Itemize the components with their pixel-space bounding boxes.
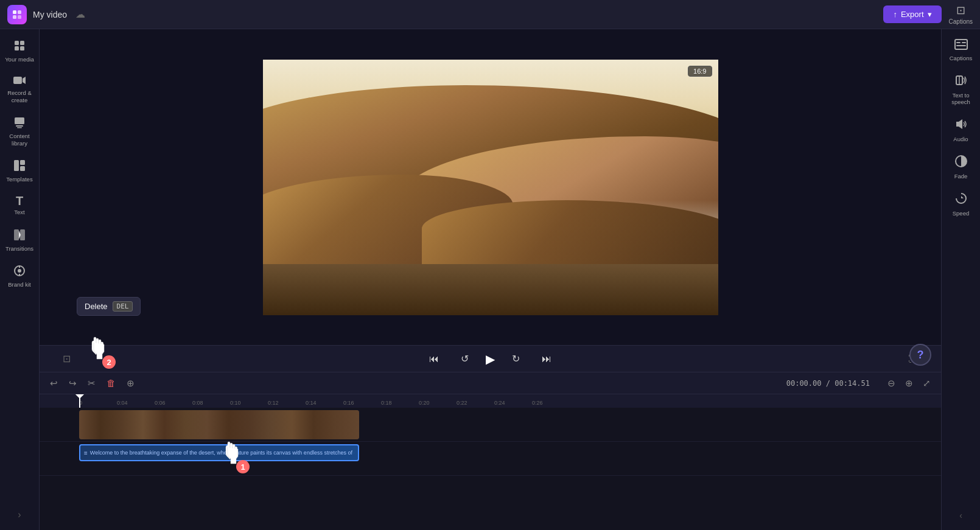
svg-rect-5 [20, 41, 24, 45]
svg-rect-16 [14, 229, 19, 240]
svg-rect-7 [20, 46, 24, 51]
ruler-mark-8: 0:18 [381, 400, 419, 406]
zoom-controls: ⊖ ⊕ ⤢ [884, 376, 934, 391]
audio-label: Audio [953, 136, 968, 142]
playback-controls: ⊡ ⏮ ↺ ▶ ↻ ⏭ ⛶ [40, 345, 941, 372]
text-to-speech-icon [954, 74, 968, 90]
brand-kit-label: Brand kit [8, 281, 31, 288]
zoom-in-button[interactable]: ⊕ [902, 376, 916, 391]
playhead[interactable] [79, 394, 80, 408]
timeline-timestamp: 00:00.00 / 00:14.51 [786, 379, 870, 388]
export-chevron-icon: ▾ [928, 10, 932, 19]
right-sidebar-item-speed[interactable]: Speed [943, 187, 979, 221]
undo-button[interactable]: ↩ [47, 376, 61, 391]
right-sidebar-item-captions[interactable]: Captions [943, 34, 979, 66]
svg-rect-17 [20, 229, 25, 240]
svg-rect-23 [955, 40, 967, 49]
timeline-area: ↩ ↪ ✂ 🗑 ⊕ 00:00.00 / 00:14.51 ⊖ ⊕ ⤢ 0 0:… [40, 372, 941, 530]
svg-rect-4 [15, 41, 19, 45]
ruler-mark-11: 0:24 [494, 400, 532, 406]
forward-button[interactable]: ↻ [507, 350, 525, 367]
caption-track-row: ≡ Welcome to the breathtaking expanse of… [40, 442, 941, 476]
play-button[interactable]: ▶ [486, 352, 495, 366]
ruler-marks: 0 0:04 0:06 0:08 0:10 0:12 0:14 0:16 0:1… [40, 400, 941, 406]
sidebar-item-text[interactable]: T Text [2, 190, 37, 220]
right-sidebar-item-fade[interactable]: Fade [943, 150, 979, 184]
content-library-label: Content library [4, 133, 35, 147]
dune-base [263, 264, 718, 315]
svg-rect-10 [15, 117, 24, 124]
svg-marker-9 [23, 77, 26, 84]
topbar-left: My video ☁ [7, 5, 85, 24]
right-sidebar-item-audio[interactable]: Audio [943, 113, 979, 147]
project-title: My video [33, 10, 67, 19]
caption-clip-text: Welcome to the breathtaking expanse of t… [90, 450, 354, 456]
video-track-row [40, 408, 941, 442]
record-create-icon [13, 75, 26, 88]
right-sidebar-item-text-to-speech[interactable]: Text to speech [943, 69, 979, 110]
screen-button[interactable]: ⊡ [58, 350, 75, 367]
ruler-mark-2: 0:06 [155, 400, 192, 406]
fit-button[interactable]: ⤢ [920, 376, 934, 391]
playhead-diamond [75, 394, 84, 399]
sidebar-item-your-media[interactable]: Your media [2, 34, 37, 68]
ruler-mark-9: 0:20 [419, 400, 457, 406]
svg-rect-12 [17, 127, 22, 128]
svg-rect-1 [18, 10, 21, 14]
svg-marker-28 [956, 119, 962, 129]
delete-button[interactable]: 🗑 [103, 376, 119, 390]
sidebar-collapse-arrow[interactable]: › [13, 504, 26, 525]
text-label: Text [14, 209, 24, 215]
ruler-mark-3: 0:08 [192, 400, 230, 406]
sidebar-item-content-library[interactable]: Content library [2, 111, 37, 152]
captions-label: Captions [949, 18, 973, 25]
export-button[interactable]: ↑ Export ▾ [883, 5, 941, 23]
svg-rect-26 [956, 45, 966, 46]
caption-clip[interactable]: ≡ Welcome to the breathtaking expanse of… [79, 444, 359, 461]
center-content: 16:9 ⊡ ⏮ ↺ ▶ ↻ ⏭ ⛶ ↩ ↪ ✂ 🗑 ⊕ 00:00.00 / … [40, 29, 941, 530]
svg-rect-3 [18, 15, 21, 19]
main-layout: Your media Record & create Content libra… [0, 29, 980, 530]
fade-icon [954, 155, 968, 171]
sidebar-item-brand-kit[interactable]: Brand kit [2, 259, 37, 293]
video-canvas: 16:9 [263, 60, 718, 315]
caption-clip-icon: ≡ [84, 450, 88, 456]
captions-icon: ⊡ [956, 4, 965, 17]
zoom-out-button[interactable]: ⊖ [884, 376, 898, 391]
templates-icon [13, 159, 26, 174]
help-button[interactable]: ? [909, 344, 931, 366]
ruler-mark-12: 0:26 [532, 400, 570, 406]
transitions-label: Transitions [5, 245, 33, 252]
timeline-toolbar: ↩ ↪ ✂ 🗑 ⊕ 00:00.00 / 00:14.51 ⊖ ⊕ ⤢ [40, 372, 941, 394]
speed-icon [954, 192, 968, 208]
skip-back-button[interactable]: ⏮ [424, 351, 444, 367]
ruler-mark-6: 0:14 [306, 400, 343, 406]
svg-rect-13 [14, 160, 19, 171]
video-clip[interactable] [79, 410, 359, 439]
cut-button[interactable]: ✂ [85, 376, 99, 391]
topbar-right: ↑ Export ▾ ⊡ Captions [883, 4, 973, 25]
add-media-button[interactable]: ⊕ [124, 376, 138, 391]
ruler-mark-0: 0 [79, 400, 117, 406]
sidebar-item-transitions[interactable]: Transitions [2, 223, 37, 257]
captions-button[interactable]: ⊡ Captions [949, 4, 973, 25]
svg-rect-25 [962, 42, 966, 43]
redo-button[interactable]: ↪ [66, 376, 80, 391]
export-label: Export [901, 10, 924, 19]
right-sidebar-collapse[interactable]: ‹ [954, 506, 967, 525]
transitions-icon [13, 228, 26, 243]
sidebar-item-templates[interactable]: Templates [2, 154, 37, 187]
text-icon: T [16, 195, 23, 207]
skip-forward-button[interactable]: ⏭ [537, 351, 556, 367]
svg-rect-24 [956, 42, 961, 43]
rewind-button[interactable]: ↺ [456, 350, 474, 367]
aspect-ratio-badge: 16:9 [688, 66, 712, 77]
sidebar-item-record-create[interactable]: Record & create [2, 70, 37, 108]
svg-rect-11 [16, 125, 23, 127]
audio-icon [954, 117, 968, 134]
svg-rect-0 [13, 10, 16, 14]
svg-point-20 [18, 269, 21, 273]
timeline-ruler: 0 0:04 0:06 0:08 0:10 0:12 0:14 0:16 0:1… [40, 394, 941, 408]
export-arrow-icon: ↑ [893, 10, 897, 19]
templates-label: Templates [6, 176, 32, 183]
